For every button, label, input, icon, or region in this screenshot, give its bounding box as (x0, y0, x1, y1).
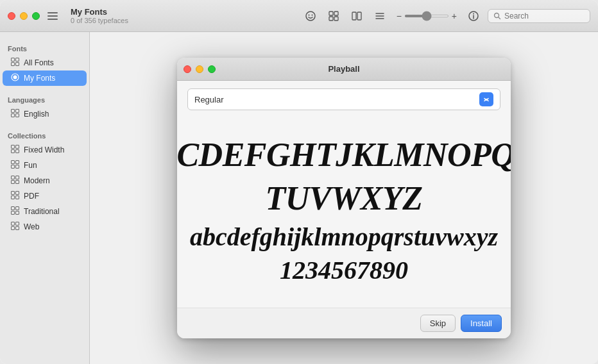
window-title: My Fonts (71, 7, 107, 17)
preview-lowercase: abcdefghijklmnopqrstuvwxyz (177, 220, 511, 254)
app-window: My Fonts 0 of 356 typefaces (0, 0, 598, 364)
info-button[interactable] (465, 9, 483, 23)
my-fonts-icon (10, 73, 19, 83)
svg-rect-30 (15, 150, 19, 153)
modal-traffic-lights (184, 65, 216, 73)
sidebar-toggle-button[interactable] (47, 12, 58, 20)
preview-uppercase2: TUVWXYZ (177, 177, 511, 220)
sidebar-item-traditional[interactable]: Traditional (3, 204, 87, 219)
svg-rect-37 (11, 181, 14, 184)
svg-point-22 (13, 76, 17, 79)
traffic-lights (8, 12, 40, 20)
modal-maximize-button[interactable] (208, 65, 216, 73)
emoji-view-button[interactable] (302, 9, 320, 23)
svg-rect-3 (329, 12, 333, 15)
svg-rect-45 (11, 211, 14, 215)
traditional-label: Traditional (24, 207, 60, 216)
svg-rect-32 (15, 161, 19, 164)
svg-rect-4 (334, 12, 338, 15)
svg-rect-44 (15, 207, 19, 210)
modern-icon (10, 176, 19, 186)
main-content: Fonts All Fonts (0, 32, 598, 364)
close-button[interactable] (8, 12, 15, 20)
slider-increase-button[interactable]: + (452, 12, 457, 21)
style-selector-label: Regular (194, 95, 479, 104)
svg-rect-28 (15, 145, 19, 149)
svg-rect-40 (15, 192, 19, 195)
search-input[interactable] (504, 12, 581, 21)
web-icon (10, 222, 19, 232)
web-label: Web (24, 222, 39, 231)
sidebar-item-modern[interactable]: Modern (3, 173, 87, 188)
sidebar-item-web[interactable]: Web (3, 219, 87, 235)
skip-button[interactable]: Skip (420, 315, 456, 332)
list-view-button[interactable] (371, 9, 389, 23)
sidebar-item-fun[interactable]: Fun (3, 158, 87, 173)
search-box[interactable] (488, 9, 590, 23)
sidebar: Fonts All Fonts (0, 32, 90, 364)
toolbar: − + (302, 9, 590, 23)
modal-close-button[interactable] (184, 65, 191, 73)
minimize-button[interactable] (20, 12, 28, 20)
svg-point-14 (473, 13, 474, 14)
svg-rect-8 (357, 12, 361, 20)
slider-decrease-button[interactable]: − (397, 12, 402, 21)
title-bar: My Fonts 0 of 356 typefaces (0, 0, 598, 32)
english-icon (10, 109, 19, 119)
fonts-section-label: Fonts (0, 40, 89, 55)
svg-rect-39 (11, 192, 14, 195)
svg-rect-26 (15, 114, 19, 117)
svg-rect-35 (11, 176, 14, 179)
font-size-slider-container: − + (397, 12, 457, 21)
fixed-width-label: Fixed Width (24, 145, 64, 154)
modern-label: Modern (24, 176, 50, 185)
sidebar-item-english[interactable]: English (3, 106, 87, 122)
svg-point-0 (306, 12, 315, 21)
svg-rect-6 (334, 17, 338, 21)
fun-label: Fun (24, 161, 37, 170)
svg-rect-20 (15, 63, 19, 66)
modal-body: Regular ABCDEFGHTJKLMNOPQRS (177, 81, 511, 307)
svg-rect-38 (15, 181, 19, 184)
fixed-width-icon (10, 145, 19, 155)
svg-rect-24 (15, 110, 19, 113)
font-install-dialog: Playball Regular (177, 58, 511, 338)
svg-rect-25 (11, 114, 14, 117)
preview-text: ABCDEFGHTJKLMNOPQRS TUVWXYZ abcdefghijkl… (177, 133, 511, 286)
svg-rect-34 (15, 165, 19, 169)
svg-rect-31 (11, 161, 14, 164)
font-preview: ABCDEFGHTJKLMNOPQRS TUVWXYZ abcdefghijkl… (187, 120, 500, 299)
svg-rect-7 (352, 12, 356, 20)
font-size-slider[interactable] (404, 15, 449, 17)
maximize-button[interactable] (32, 12, 40, 20)
svg-rect-23 (11, 110, 14, 113)
svg-rect-36 (15, 176, 19, 179)
modal-overlay: Playball Regular (90, 32, 598, 364)
svg-rect-48 (15, 222, 19, 226)
window-subtitle: 0 of 356 typefaces (71, 17, 128, 24)
modal-minimize-button[interactable] (196, 65, 203, 73)
english-label: English (24, 110, 49, 119)
svg-line-16 (499, 17, 500, 19)
modal-title: Playball (328, 64, 359, 74)
svg-point-1 (308, 14, 309, 15)
sidebar-item-fixed-width[interactable]: Fixed Width (3, 142, 87, 158)
preview-uppercase: ABCDEFGHTJKLMNOPQRS (177, 133, 511, 177)
svg-rect-33 (11, 165, 14, 169)
columns-view-button[interactable] (348, 9, 366, 23)
style-selector[interactable]: Regular (187, 88, 500, 110)
svg-rect-50 (15, 227, 19, 230)
svg-point-2 (311, 14, 312, 15)
sidebar-item-all-fonts[interactable]: All Fonts (3, 55, 87, 70)
install-button[interactable]: Install (461, 315, 502, 332)
traditional-icon (10, 206, 19, 217)
modal-footer: Skip Install (177, 308, 511, 338)
sidebar-item-my-fonts[interactable]: My Fonts (3, 70, 87, 86)
title-bar-center: My Fonts 0 of 356 typefaces (71, 7, 302, 24)
grid-view-button[interactable] (325, 9, 343, 23)
svg-rect-18 (15, 58, 19, 62)
sidebar-item-pdf[interactable]: PDF (3, 188, 87, 204)
svg-rect-46 (15, 211, 19, 215)
my-fonts-label: My Fonts (24, 74, 55, 83)
languages-section-label: Languages (0, 91, 89, 106)
